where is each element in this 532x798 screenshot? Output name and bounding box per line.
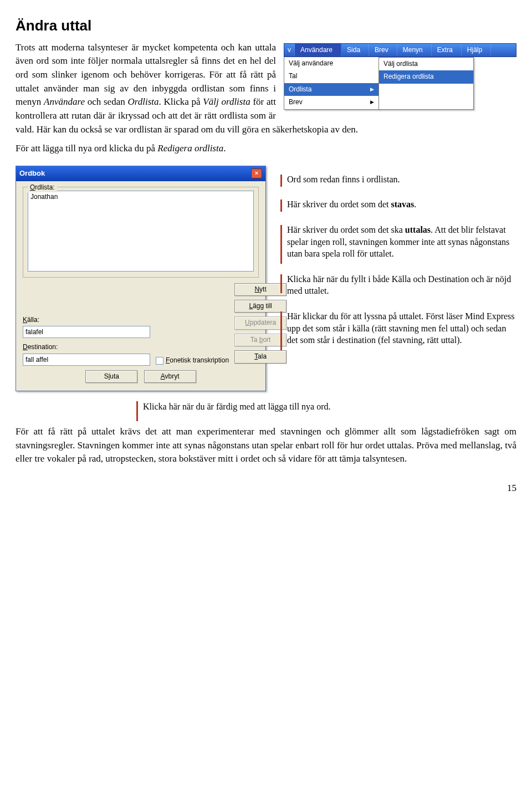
dropdown-valj-anvandare[interactable]: Välj användare: [284, 57, 378, 70]
menu-anvandare[interactable]: Användare: [295, 44, 341, 57]
menu-v[interactable]: v: [284, 44, 295, 57]
callout-4: Klicka här när du fyllt i både Källa och…: [280, 273, 516, 297]
menubar: v Användare Sida Brev Menyn Extra Hjälp: [284, 43, 516, 57]
checkbox-icon: [156, 357, 163, 365]
kalla-input[interactable]: falafel: [23, 326, 150, 338]
menu-brev[interactable]: Brev: [369, 44, 397, 57]
menu-screenshot: v Användare Sida Brev Menyn Extra Hjälp …: [284, 43, 516, 110]
callout-1: Ord som redan finns i ordlistan.: [280, 173, 516, 186]
avbryt-button[interactable]: Avbryt: [144, 370, 196, 383]
dropdown-tal[interactable]: Tal: [284, 70, 378, 83]
chevron-right-icon: ▶: [370, 86, 374, 93]
ordlista-listbox[interactable]: Jonathan: [28, 191, 254, 272]
page-number: 15: [16, 482, 516, 495]
submenu-valj-ordlista[interactable]: Välj ordlista: [379, 58, 473, 70]
uppdatera-button[interactable]: Uppdatera: [234, 316, 287, 329]
paragraph-2: För att lägga till nya ord klicka du på …: [16, 142, 516, 156]
page-title: Ändra uttal: [16, 16, 516, 37]
callout-below: Klicka här när du är färdig med att lägg…: [136, 400, 516, 413]
nytt-button[interactable]: Nytt: [234, 283, 287, 296]
menu-extra[interactable]: Extra: [432, 44, 462, 57]
tabort-button[interactable]: Ta bort: [234, 334, 287, 346]
submenu-ordlista: Välj ordlista Redigera ordlista: [378, 57, 474, 110]
menu-hjalp[interactable]: Hjälp: [462, 44, 491, 57]
paragraph-3: För att få rätt på uttalet krävs det att…: [16, 425, 516, 466]
dropdown-anvandare: Välj användare Tal Ordlista▶ Brev▶: [284, 57, 379, 110]
menu-sida[interactable]: Sida: [341, 44, 369, 57]
destination-input[interactable]: fall affel: [23, 354, 150, 366]
dialog-title: Ordbok: [19, 168, 45, 179]
dropdown-ordlista[interactable]: Ordlista▶: [284, 83, 378, 96]
fonetisk-checkbox[interactable]: Fonetisk transkription: [156, 356, 229, 365]
laggtill-button[interactable]: Lägg till: [234, 300, 287, 313]
ordbok-dialog: Ordbok × Ordlista: Jonathan Källa: falaf…: [16, 166, 266, 391]
chevron-right-icon: ▶: [370, 99, 374, 106]
callout-5: Här klickar du för att lyssna på uttalet…: [280, 310, 516, 346]
list-item[interactable]: Jonathan: [30, 192, 251, 202]
dialog-titlebar: Ordbok ×: [16, 166, 265, 181]
group-ordlista-label: Ordlista:: [28, 183, 57, 192]
callout-3: Här skriver du ordet som det ska uttalas…: [280, 224, 516, 260]
submenu-redigera-ordlista[interactable]: Redigera ordlista: [379, 70, 473, 83]
callout-2: Här skriver du ordet som det stavas.: [280, 198, 516, 211]
kalla-label: Källa:: [23, 315, 150, 325]
destination-label: Destination:: [23, 342, 150, 352]
dropdown-brev[interactable]: Brev▶: [284, 96, 378, 109]
sluta-button[interactable]: Sluta: [85, 370, 137, 383]
tala-button[interactable]: Tala: [234, 350, 287, 363]
close-icon[interactable]: ×: [251, 168, 262, 178]
group-ordlista: Ordlista: Jonathan: [23, 187, 259, 278]
menu-menyn[interactable]: Menyn: [397, 44, 432, 57]
callouts-column: Ord som redan finns i ordlistan. Här skr…: [280, 166, 516, 360]
